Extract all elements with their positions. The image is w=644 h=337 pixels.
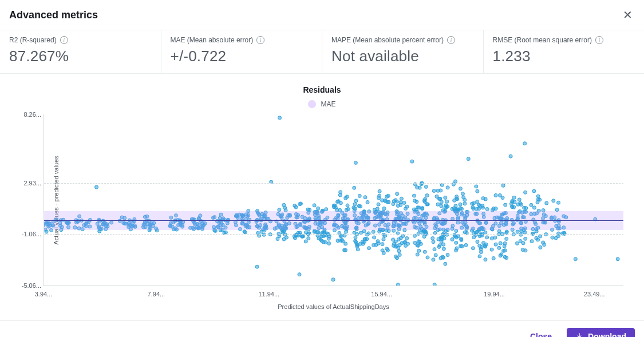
download-icon	[575, 332, 583, 337]
modal-header: Advanced metrics ✕	[0, 0, 644, 30]
close-icon[interactable]: ✕	[621, 7, 635, 23]
metric-mae: MAE (Mean absolute error) i +/-0.722	[161, 30, 323, 73]
metric-rmse: RMSE (Root mean square error) i 1.233	[484, 30, 645, 73]
info-icon[interactable]: i	[60, 36, 68, 44]
metric-mape: MAPE (Mean absolute percent error) i Not…	[322, 30, 484, 73]
scatter-canvas	[44, 114, 623, 286]
zero-line	[44, 220, 623, 221]
modal-footer: Close Download	[0, 320, 644, 337]
metric-value: Not available	[331, 47, 474, 65]
y-tick: 8.26...	[16, 111, 41, 118]
x-tick: 19.94...	[484, 291, 505, 298]
x-tick: 11.94...	[258, 291, 279, 298]
x-tick: 23.49...	[584, 291, 605, 298]
metric-value: 87.267%	[9, 47, 152, 65]
chart-container: Residuals MAE Actual values - predicted …	[0, 74, 644, 320]
metric-label: MAPE (Mean absolute percent error)	[331, 36, 444, 44]
metric-label: R2 (R-squared)	[9, 36, 57, 44]
residuals-plot[interactable]: Actual values - predicted values Predict…	[44, 114, 623, 286]
x-tick: 3.94...	[35, 291, 53, 298]
y-tick: -1.06...	[16, 231, 41, 237]
x-axis-label: Predicted values of ActualShippingDays	[44, 303, 623, 310]
legend-label: MAE	[321, 100, 335, 108]
metric-r2: R2 (R-squared) i 87.267%	[0, 30, 161, 73]
download-label: Download	[588, 332, 626, 337]
chart-legend: MAE	[9, 100, 635, 110]
legend-dot-icon	[308, 100, 316, 108]
modal-title: Advanced metrics	[9, 9, 98, 21]
metric-label: RMSE (Root mean square error)	[493, 36, 592, 44]
x-tick: 15.94...	[371, 291, 392, 298]
advanced-metrics-modal: Advanced metrics ✕ R2 (R-squared) i 87.2…	[0, 0, 644, 337]
close-button[interactable]: Close	[522, 328, 560, 337]
chart-title: Residuals	[9, 85, 635, 94]
metrics-row: R2 (R-squared) i 87.267% MAE (Mean absol…	[0, 30, 644, 74]
y-tick: 2.93...	[16, 180, 41, 187]
metric-label: MAE (Mean absolute error)	[171, 36, 254, 44]
y-tick: -5.06...	[16, 282, 41, 289]
info-icon[interactable]: i	[256, 36, 264, 44]
info-icon[interactable]: i	[447, 36, 455, 44]
x-tick: 7.94...	[148, 291, 165, 298]
info-icon[interactable]: i	[595, 36, 603, 44]
metric-value: +/-0.722	[171, 47, 313, 65]
metric-value: 1.233	[493, 47, 635, 65]
download-button[interactable]: Download	[567, 328, 635, 337]
